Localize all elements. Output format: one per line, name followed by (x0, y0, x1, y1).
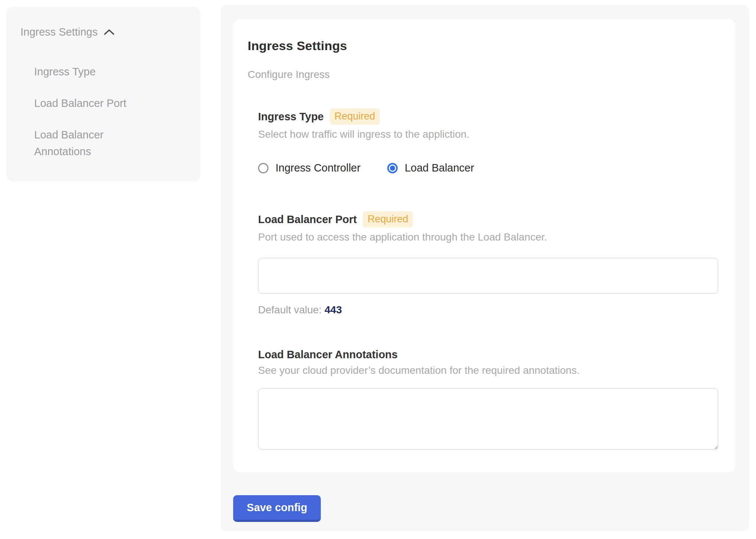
section-heading-row: Load Balancer Annotations (258, 349, 718, 361)
ingress-type-heading: Ingress Type (258, 111, 324, 123)
save-config-button[interactable]: Save config (233, 495, 321, 522)
section-load-balancer-port: Load Balancer Port Required Port used to… (258, 211, 718, 316)
radio-selected-icon[interactable] (387, 163, 398, 173)
radio-unselected-icon[interactable] (258, 163, 268, 173)
sidebar-item-load-balancer-port[interactable]: Load Balancer Port (34, 95, 157, 112)
ingress-type-radio-group: Ingress Controller Load Balancer (258, 162, 718, 174)
settings-sidebar: Ingress Settings Ingress Type Load Balan… (6, 7, 201, 182)
load-balancer-annotations-textarea[interactable] (258, 388, 718, 450)
load-balancer-annotations-description: See your cloud provider’s documentation … (258, 365, 718, 376)
sidebar-section-label: Ingress Settings (20, 26, 98, 38)
load-balancer-port-heading: Load Balancer Port (258, 213, 357, 226)
form-sections: Ingress Type Required Select how traffic… (258, 108, 718, 450)
radio-dot (390, 166, 395, 171)
load-balancer-port-description: Port used to access the application thro… (258, 231, 718, 243)
section-ingress-type: Ingress Type Required Select how traffic… (258, 108, 718, 174)
radio-label: Ingress Controller (276, 162, 361, 174)
required-badge: Required (330, 108, 380, 125)
radio-option-ingress-controller[interactable]: Ingress Controller (258, 162, 361, 174)
sidebar-nav-list: Ingress Type Load Balancer Port Load Bal… (34, 63, 157, 160)
load-balancer-port-input[interactable] (258, 258, 718, 294)
page-title: Ingress Settings (248, 39, 718, 53)
page-subtitle: Configure Ingress (248, 69, 718, 81)
ingress-settings-card: Ingress Settings Configure Ingress Ingre… (233, 19, 735, 472)
section-load-balancer-annotations: Load Balancer Annotations See your cloud… (258, 349, 718, 450)
section-heading-row: Ingress Type Required (258, 108, 718, 125)
required-badge: Required (363, 211, 413, 228)
load-balancer-annotations-heading: Load Balancer Annotations (258, 349, 398, 361)
sidebar-item-ingress-type[interactable]: Ingress Type (34, 63, 157, 80)
radio-option-load-balancer[interactable]: Load Balancer (387, 162, 474, 174)
sidebar-item-load-balancer-annotations[interactable]: Load Balancer Annotations (34, 127, 157, 160)
chevron-up-icon (104, 26, 115, 38)
radio-label: Load Balancer (405, 162, 474, 174)
section-heading-row: Load Balancer Port Required (258, 211, 718, 228)
default-value: 443 (325, 304, 342, 316)
ingress-type-description: Select how traffic will ingress to the a… (258, 128, 718, 140)
main-panel: Ingress Settings Configure Ingress Ingre… (221, 5, 749, 531)
default-value-label: Default value: (258, 304, 322, 316)
sidebar-section-ingress-settings[interactable]: Ingress Settings (20, 26, 201, 38)
default-value-line: Default value: 443 (258, 304, 718, 316)
